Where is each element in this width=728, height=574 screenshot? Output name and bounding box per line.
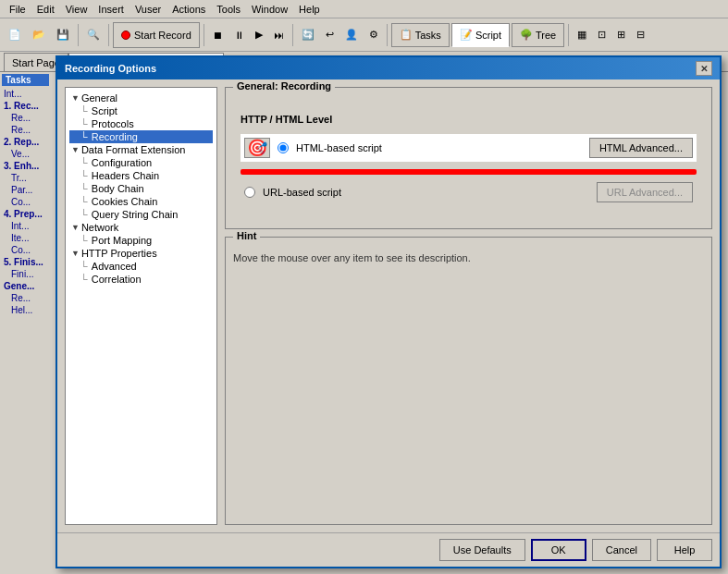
tree-headers[interactable]: └ Headers Chain (69, 169, 213, 182)
tree-vline4: └ (80, 157, 88, 168)
ok-button[interactable]: OK (531, 539, 586, 561)
refresh-button[interactable]: 🔄 (297, 22, 319, 48)
help-button[interactable]: Help (657, 539, 712, 561)
tree-querystring[interactable]: └ Query String Chain (69, 208, 213, 221)
tree-network-label: Network (81, 222, 118, 233)
menu-insert[interactable]: Insert (93, 3, 130, 16)
url-advanced-button[interactable]: URL Advanced... (597, 182, 693, 202)
menu-file[interactable]: File (4, 3, 31, 16)
tree-vline1: └ (80, 105, 88, 116)
tree-config[interactable]: └ Configuration (69, 156, 213, 169)
tree-arrow-network: ▼ (71, 223, 80, 232)
tasks-con[interactable]: Co... (2, 244, 49, 256)
save-button[interactable]: 💾 (52, 22, 74, 48)
html-advanced-button[interactable]: HTML Advanced... (589, 138, 693, 158)
tree-vline3: └ (80, 131, 88, 142)
pause-button[interactable]: ⏸ (229, 22, 249, 48)
play-button[interactable]: ▶ (251, 22, 267, 48)
tree-general[interactable]: ▼ General (69, 92, 213, 104)
tree-vline6: └ (80, 183, 88, 194)
tree-dfe[interactable]: ▼ Data Format Extension (69, 143, 213, 156)
tasks-re1[interactable]: Re... (2, 112, 49, 124)
tree-portmapping-label: Port Mapping (92, 235, 152, 246)
menu-window[interactable]: Window (246, 3, 293, 16)
tasks-hel[interactable]: Hel... (2, 304, 49, 316)
agent-button[interactable]: 👤 (340, 22, 363, 48)
tasks-par[interactable]: Par... (2, 184, 49, 196)
general-recording-group: General: Recording HTTP / HTML Level 🎯 H… (225, 87, 712, 229)
sep4 (292, 24, 293, 46)
dialog-title: Recording Options (65, 63, 156, 74)
tasks-cor[interactable]: Co... (2, 196, 49, 208)
tree-arrow-http: ▼ (71, 249, 80, 258)
tree-cookies[interactable]: └ Cookies Chain (69, 195, 213, 208)
url-radio[interactable] (244, 187, 255, 198)
dialog-body: ▼ General └ Script └ Protocols └ Recordi… (57, 79, 720, 532)
tasks-5fin[interactable]: 5. Finis... (2, 256, 49, 268)
tasks-tab-btn[interactable]: 📋 Tasks (391, 23, 450, 47)
tasks-fini[interactable]: Fini... (2, 268, 49, 280)
open-button[interactable]: 📂 (28, 22, 50, 48)
tasks-ite[interactable]: Ite... (2, 232, 49, 244)
tasks-tr[interactable]: Tr... (2, 172, 49, 184)
group-title: General: Recording (233, 80, 335, 92)
tree-vline9: └ (80, 235, 88, 246)
menu-edit[interactable]: Edit (31, 3, 60, 16)
tree-protocols[interactable]: └ Protocols (69, 117, 213, 130)
extra-btn2[interactable]: ⊡ (593, 22, 611, 48)
use-defaults-button[interactable]: Use Defaults (439, 539, 525, 561)
html-radio-row: 🎯 HTML-based script HTML Advanced... (241, 134, 697, 162)
html-radio[interactable] (278, 142, 289, 153)
tasks-int[interactable]: Int... (2, 88, 49, 100)
extra-btn1[interactable]: ▦ (573, 22, 591, 48)
sep3 (204, 24, 204, 46)
tree-correlation[interactable]: └ Correlation (69, 273, 213, 286)
tasks-rep[interactable]: Re... (2, 292, 49, 304)
record-label: Start Record (134, 30, 191, 41)
tasks-int2[interactable]: Int... (2, 220, 49, 232)
tree-tab-btn[interactable]: 🌳 Tree (512, 23, 564, 47)
tasks-1rec[interactable]: 1. Rec... (2, 100, 49, 112)
tasks-4prep[interactable]: 4. Prep... (2, 208, 49, 220)
tree-correlation-label: Correlation (92, 274, 142, 285)
tree-advanced-label: Advanced (92, 261, 137, 272)
menu-bar: File Edit View Insert Vuser Actions Tool… (0, 0, 728, 18)
stop-button[interactable]: ⏹ (208, 22, 228, 48)
extra-btn4[interactable]: ⊟ (632, 22, 649, 48)
tree-http-props[interactable]: ▼ HTTP Properties (69, 247, 213, 260)
menu-vuser[interactable]: Vuser (130, 3, 167, 16)
tree-script[interactable]: └ Script (69, 104, 213, 117)
replay-button[interactable]: ↩ (321, 22, 339, 48)
step-button[interactable]: ⏭ (269, 22, 289, 48)
menu-help[interactable]: Help (293, 3, 326, 16)
tree-advanced[interactable]: └ Advanced (69, 260, 213, 273)
script-tab-btn[interactable]: 📝 Script (451, 23, 510, 47)
find-icon: 🔍 (87, 29, 100, 41)
menu-view[interactable]: View (60, 3, 93, 16)
tasks-ve[interactable]: Ve... (2, 148, 49, 160)
options-button[interactable]: ⚙ (364, 22, 383, 48)
start-record-button[interactable]: Start Record (113, 22, 200, 48)
tasks-3enh[interactable]: 3. Enh... (2, 160, 49, 172)
new-icon: 📄 (8, 29, 21, 41)
cancel-button[interactable]: Cancel (592, 539, 651, 561)
extra-btn3[interactable]: ⊞ (612, 22, 630, 48)
tree-vline8: └ (80, 209, 88, 220)
tasks-re2[interactable]: Re... (2, 124, 49, 136)
tree-body[interactable]: └ Body Chain (69, 182, 213, 195)
new-button[interactable]: 📄 (4, 22, 26, 48)
tree-cookies-label: Cookies Chain (92, 196, 158, 207)
tree-script-label: Script (92, 105, 117, 116)
tree-portmapping[interactable]: └ Port Mapping (69, 234, 213, 247)
tasks-2rep[interactable]: 2. Rep... (2, 136, 49, 148)
tree-network[interactable]: ▼ Network (69, 221, 213, 234)
menu-tools[interactable]: Tools (211, 3, 246, 16)
tree-recording[interactable]: └ Recording (69, 130, 213, 143)
menu-actions[interactable]: Actions (167, 3, 211, 16)
tree-icon: 🌳 (520, 29, 533, 41)
find-button[interactable]: 🔍 (82, 22, 105, 48)
dialog-close-button[interactable]: ✕ (696, 61, 712, 76)
tree-http-label: HTTP Properties (81, 248, 157, 259)
tasks-gene[interactable]: Gene... (2, 280, 49, 292)
dialog-footer: Use Defaults OK Cancel Help (57, 532, 720, 567)
